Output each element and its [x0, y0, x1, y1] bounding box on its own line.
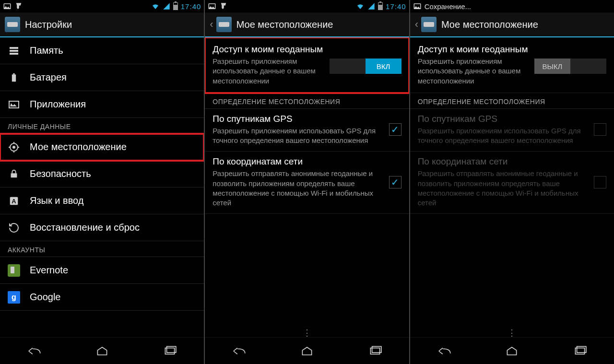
pref-geo-access[interactable]: Доступ к моим геоданным Разрешить прилож…	[205, 37, 409, 93]
lock-icon	[8, 168, 20, 180]
settings-icon	[5, 17, 20, 32]
page-title: Мое местоположение	[236, 19, 333, 30]
wifi-icon	[356, 2, 365, 10]
pref-title: По координатам сети	[418, 156, 588, 167]
nav-bar	[0, 337, 204, 364]
signal-icon	[367, 2, 375, 10]
svg-rect-4	[12, 74, 16, 82]
storage-icon	[8, 45, 20, 57]
wifi-icon	[151, 2, 160, 10]
pref-geo-access[interactable]: Доступ к моим геоданным Разрешить прилож…	[410, 37, 614, 93]
clock: 17:40	[181, 2, 201, 11]
svg-rect-1	[10, 47, 18, 49]
overflow-icon[interactable]: ⋮	[508, 331, 516, 334]
pref-gps[interactable]: По спутникам GPS Разрешить приложениям и…	[205, 109, 409, 152]
toggle-geo-access[interactable]: ВЫКЛ	[534, 59, 606, 74]
pref-network[interactable]: По координатам сети Разрешить отправлять…	[205, 152, 409, 214]
row-language[interactable]: A Язык и ввод	[0, 188, 204, 214]
settings-list[interactable]: Память Батарея Приложения ЛИЧНЫЕ ДАННЫЕ …	[0, 37, 204, 337]
pref-gps: По спутникам GPS Разрешить приложениям и…	[410, 109, 614, 152]
language-icon: A	[8, 195, 20, 207]
location-settings: Доступ к моим геоданным Разрешить прилож…	[205, 37, 409, 337]
row-label: Память	[30, 45, 63, 56]
nav-recent[interactable]	[155, 341, 184, 361]
clock: 17:40	[386, 2, 406, 11]
row-label: Восстановление и сброс	[30, 222, 140, 233]
row-apps[interactable]: Приложения	[0, 91, 204, 118]
google-icon: g	[8, 291, 20, 304]
pref-title: По спутникам GPS	[418, 114, 588, 124]
screen-location-off: Сохранение... ‹ Мое местоположение Досту…	[410, 0, 614, 364]
signal-icon	[163, 2, 170, 10]
download-icon	[219, 2, 228, 11]
page-title: Настройки	[25, 19, 72, 30]
section-location-sources: ОПРЕДЕЛЕНИЕ МЕСТОПОЛОЖЕНИЯ	[205, 93, 409, 109]
row-location[interactable]: Мое местоположение	[0, 134, 204, 161]
back-icon: ‹	[210, 18, 213, 31]
row-label: Язык и ввод	[30, 195, 83, 206]
nav-back[interactable]	[430, 341, 459, 361]
battery-icon	[173, 2, 178, 10]
nav-recent[interactable]	[566, 341, 594, 361]
row-battery[interactable]: Батарея	[0, 64, 204, 91]
download-icon	[14, 2, 23, 11]
statusbar: 17:40	[205, 0, 409, 12]
toggle-geo-access[interactable]: ВКЛ	[330, 59, 401, 74]
svg-rect-9	[11, 173, 17, 177]
evernote-icon	[8, 264, 20, 277]
nav-home[interactable]	[88, 341, 117, 361]
image-icon	[208, 2, 216, 11]
pref-sub: Разрешить отправлять анонимные геоданные…	[213, 169, 383, 208]
restore-icon	[8, 222, 20, 234]
row-google[interactable]: g Google	[0, 284, 204, 311]
pref-title: Доступ к моим геоданным	[418, 44, 529, 55]
row-label: Приложения	[30, 99, 86, 110]
image-icon	[3, 2, 12, 11]
checkbox-network	[594, 176, 606, 188]
settings-icon	[421, 17, 437, 32]
nav-back[interactable]	[20, 341, 48, 361]
pref-title: Доступ к моим геоданным	[213, 44, 323, 55]
row-label: Google	[30, 292, 61, 303]
titlebar[interactable]: ‹ Мое местоположение	[410, 12, 614, 37]
section-personal: ЛИЧНЫЕ ДАННЫЕ	[0, 118, 204, 134]
section-location-sources: ОПРЕДЕЛЕНИЕ МЕСТОПОЛОЖЕНИЯ	[410, 93, 614, 109]
location-settings: Доступ к моим геоданным Разрешить прилож…	[410, 37, 614, 337]
pref-sub: Разрешить приложениям использовать данны…	[418, 57, 529, 86]
nav-bar	[410, 337, 614, 364]
apps-icon	[8, 98, 20, 111]
section-accounts: АККАУНТЫ	[0, 241, 204, 257]
battery-icon	[8, 71, 20, 84]
pref-sub: Разрешить приложениям использовать GPS д…	[418, 126, 588, 146]
battery-icon	[378, 2, 383, 10]
svg-text:A: A	[12, 197, 16, 204]
pref-sub: Разрешить приложениям использовать данны…	[213, 57, 323, 86]
titlebar: Настройки	[0, 12, 204, 37]
page-title: Мое местоположение	[441, 19, 538, 30]
svg-rect-2	[10, 50, 18, 52]
settings-icon	[216, 17, 232, 32]
row-evernote[interactable]: Evernote	[0, 257, 204, 284]
titlebar[interactable]: ‹ Мое местоположение	[205, 12, 409, 37]
toggle-on-label: ВКЛ	[366, 59, 401, 74]
statusbar: Сохранение...	[410, 0, 614, 12]
pref-network: По координатам сети Разрешить отправлять…	[410, 152, 614, 214]
nav-recent[interactable]	[361, 341, 390, 361]
checkbox-network[interactable]: ✓	[389, 176, 401, 188]
row-storage[interactable]: Память	[0, 37, 204, 64]
svg-rect-5	[13, 73, 14, 74]
row-security[interactable]: Безопасность	[0, 161, 204, 188]
overflow-icon[interactable]: ⋮	[303, 331, 311, 334]
checkbox-gps	[594, 123, 606, 136]
svg-point-8	[12, 146, 15, 149]
nav-home[interactable]	[497, 341, 526, 361]
pref-title: По координатам сети	[213, 156, 383, 167]
row-label: Evernote	[30, 265, 68, 276]
nav-home[interactable]	[293, 341, 321, 361]
nav-back[interactable]	[224, 341, 253, 361]
location-icon	[8, 141, 20, 153]
row-backup[interactable]: Восстановление и сброс	[0, 214, 204, 241]
checkbox-gps[interactable]: ✓	[389, 123, 401, 136]
nav-bar	[205, 337, 409, 364]
row-label: Безопасность	[30, 168, 91, 179]
